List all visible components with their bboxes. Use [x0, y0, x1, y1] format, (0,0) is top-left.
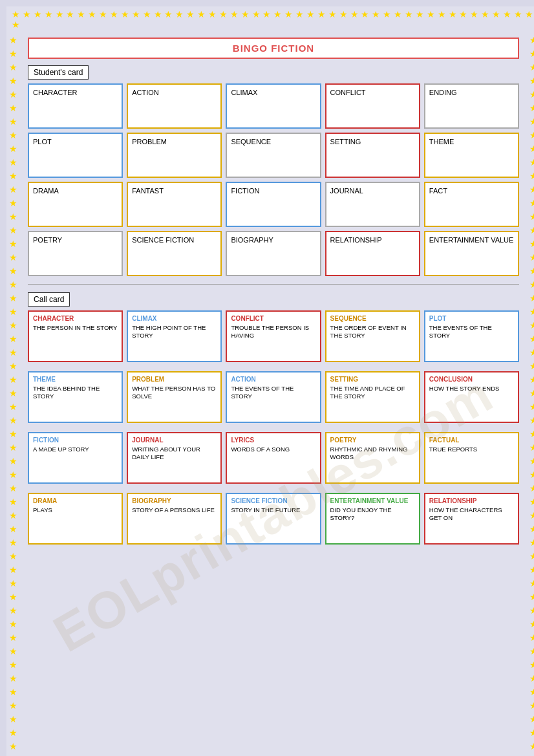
call-cell-definition: THE HIGH POINT OF THE STORY [132, 324, 217, 340]
call-card-cell: CHARACTERTHE PERSON IN THE STORY [28, 310, 123, 362]
bingo-title: BINGO FICTION [28, 38, 519, 59]
call-cell-term: FACTUAL [429, 437, 514, 444]
call-cell-definition: Did you enjoy the story? [330, 506, 415, 523]
call-cell-term: CONFLICT [231, 315, 315, 322]
call-cell-term: CLIMAX [132, 315, 217, 322]
call-card-row: CHARACTERTHE PERSON IN THE STORYCLIMAXTH… [28, 310, 519, 362]
call-card-row: FICTIONA MADE UP STORYJOURNALWRITING ABO… [28, 432, 519, 484]
call-cell-definition: STORY OF A PERSONS LIFE [132, 506, 217, 514]
call-card-grid: CHARACTERTHE PERSON IN THE STORYCLIMAXTH… [28, 310, 519, 545]
stars-right-col: ★★★★★ ★★★★★ ★★★★★ ★★★★★ ★★★★★ ★★★★★ ★★★★… [527, 32, 534, 756]
call-cell-definition: A MADE UP STORY [33, 446, 118, 453]
bingo-cell: FICTION [226, 182, 321, 227]
bingo-cell: SEQUENCE [226, 133, 321, 178]
call-cell-term: RELATIONSHIP [429, 497, 514, 504]
bingo-cell: ACTION [127, 83, 222, 129]
call-cell-definition: HOW THE CHARACTERS GET ON [429, 506, 514, 523]
call-cell-term: PLOT [429, 315, 514, 322]
call-cell-term: DRAMA [33, 497, 118, 504]
bingo-grid: CHARACTERACTIONCLIMAXCONFLICTENDINGPLOTP… [28, 83, 519, 276]
bingo-cell: FANTAST [127, 182, 222, 227]
call-cell-definition: THE IDEA BEHIND THE STORY [33, 385, 118, 401]
bingo-cell: PROBLEM [127, 133, 222, 178]
call-cell-term: CONCLUSION [429, 376, 514, 383]
bingo-cell: SCIENCE FICTION [127, 231, 222, 276]
call-card-cell: Entertainment valueDid you enjoy the sto… [325, 493, 420, 545]
section-divider [28, 284, 519, 285]
call-cell-definition: TRUE REPORTS [429, 446, 514, 453]
call-cell-term: FICTION [33, 437, 118, 444]
bingo-cell: THEME [424, 133, 519, 178]
call-card-row: DRAMAPLAYSBIOGRAPHYSTORY OF A PERSONS LI… [28, 493, 519, 545]
star-icon: ★ ★ ★ ★ ★ ★ ★ ★ ★ ★ ★ ★ ★ ★ ★ ★ ★ ★ ★ ★ … [12, 9, 534, 30]
call-cell-definition: THE ORDER OF EVENT IN THE STORY [330, 324, 415, 340]
page-wrapper: ★ ★ ★ ★ ★ ★ ★ ★ ★ ★ ★ ★ ★ ★ ★ ★ ★ ★ ★ ★ … [6, 6, 534, 756]
bingo-cell: CHARACTER [28, 83, 123, 129]
call-cell-definition: HOW THE STORY ENDS [429, 385, 514, 393]
page-content: ★★★★★ ★★★★★ ★★★★★ ★★★★★ ★★★★★ ★★★★★ ★★★★… [6, 32, 534, 756]
call-card-cell: SETTINGTHE TIME AND PLACE OF THE STORY [325, 371, 420, 423]
call-cell-definition: WHAT THE PERSON HAS TO SOLVE [132, 385, 217, 401]
call-cell-definition: THE PERSON IN THE STORY [33, 324, 118, 332]
bingo-cell: POETRY [28, 231, 123, 276]
call-cell-definition: RHYTHMIC AND RHYMING WORDS [330, 446, 415, 462]
call-cell-definition: THE TIME AND PLACE OF THE STORY [330, 385, 415, 401]
call-card-cell: LYRICSWORDS OF A SONG [226, 432, 321, 484]
stars-left-col: ★★★★★ ★★★★★ ★★★★★ ★★★★★ ★★★★★ ★★★★★ ★★★★… [6, 32, 20, 756]
call-card-cell: BIOGRAPHYSTORY OF A PERSONS LIFE [127, 493, 222, 545]
bingo-cell: SETTING [325, 133, 420, 178]
call-cell-term: LYRICS [231, 437, 315, 444]
call-cell-term: JOURNAL [132, 437, 217, 444]
call-card-cell: JOURNALWRITING ABOUT YOUR DAILY LIFE [127, 432, 222, 484]
call-cell-definition: THE EVENTS OF THE STORY [429, 324, 514, 340]
call-card-section: Call card [28, 292, 519, 310]
call-card-row: THEMETHE IDEA BEHIND THE STORYPROBLEMWHA… [28, 371, 519, 423]
call-cell-term: THEME [33, 376, 118, 383]
call-card-cell: POETRYRHYTHMIC AND RHYMING WORDS [325, 432, 420, 484]
call-cell-term: ACTION [231, 376, 315, 383]
call-cell-definition: WRITING ABOUT YOUR DAILY LIFE [132, 446, 217, 462]
call-cell-term: Entertainment value [330, 497, 415, 504]
call-card-cell: PLOTTHE EVENTS OF THE STORY [424, 310, 519, 362]
call-card-cell: THEMETHE IDEA BEHIND THE STORY [28, 371, 123, 423]
call-cell-definition: THE EVENTS OF THE STORY [231, 385, 315, 401]
call-card-cell: FACTUALTRUE REPORTS [424, 432, 519, 484]
bingo-cell: FACT [424, 182, 519, 227]
students-card-label: Student's card [28, 65, 519, 83]
bingo-cell: JOURNAL [325, 182, 420, 227]
call-card-cell: ACTIONTHE EVENTS OF THE STORY [226, 371, 321, 423]
call-cell-term: SETTING [330, 376, 415, 383]
call-card-cell: RELATIONSHIPHOW THE CHARACTERS GET ON [424, 493, 519, 545]
bingo-cell: ENTERTAINMENT VALUE [424, 231, 519, 276]
call-cell-definition: TROUBLE THE PERSON IS HAVING [231, 324, 315, 340]
bingo-cell: ENDING [424, 83, 519, 129]
call-card-cell: FICTIONA MADE UP STORY [28, 432, 123, 484]
stars-top-row: ★ ★ ★ ★ ★ ★ ★ ★ ★ ★ ★ ★ ★ ★ ★ ★ ★ ★ ★ ★ … [6, 6, 534, 32]
bingo-cell: BIOGRAPHY [226, 231, 321, 276]
call-cell-definition: STORY IN THE FUTURE [231, 506, 315, 514]
main-content: BINGO FICTION Student's card CHARACTERAC… [20, 32, 527, 756]
call-cell-term: SCIENCE FICTION [231, 497, 315, 504]
bingo-cell: PLOT [28, 133, 123, 178]
call-card-cell: DRAMAPLAYS [28, 493, 123, 545]
call-card-cell: SCIENCE FICTIONSTORY IN THE FUTURE [226, 493, 321, 545]
bingo-cell: DRAMA [28, 182, 123, 227]
call-cell-term: BIOGRAPHY [132, 497, 217, 504]
call-cell-term: PROBLEM [132, 376, 217, 383]
call-card-cell: PROBLEMWHAT THE PERSON HAS TO SOLVE [127, 371, 222, 423]
call-card-cell: CONFLICTTROUBLE THE PERSON IS HAVING [226, 310, 321, 362]
call-card-cell: CLIMAXTHE HIGH POINT OF THE STORY [127, 310, 222, 362]
call-cell-term: POETRY [330, 437, 415, 444]
bingo-cell: RELATIONSHIP [325, 231, 420, 276]
bingo-cell: CLIMAX [226, 83, 321, 129]
call-cell-definition: PLAYS [33, 506, 118, 514]
call-cell-definition: WORDS OF A SONG [231, 446, 315, 453]
bingo-cell: CONFLICT [325, 83, 420, 129]
call-card-cell: SEQUENCETHE ORDER OF EVENT IN THE STORY [325, 310, 420, 362]
call-card-cell: CONCLUSIONHOW THE STORY ENDS [424, 371, 519, 423]
call-cell-term: SEQUENCE [330, 315, 415, 322]
call-cell-term: CHARACTER [33, 315, 118, 322]
